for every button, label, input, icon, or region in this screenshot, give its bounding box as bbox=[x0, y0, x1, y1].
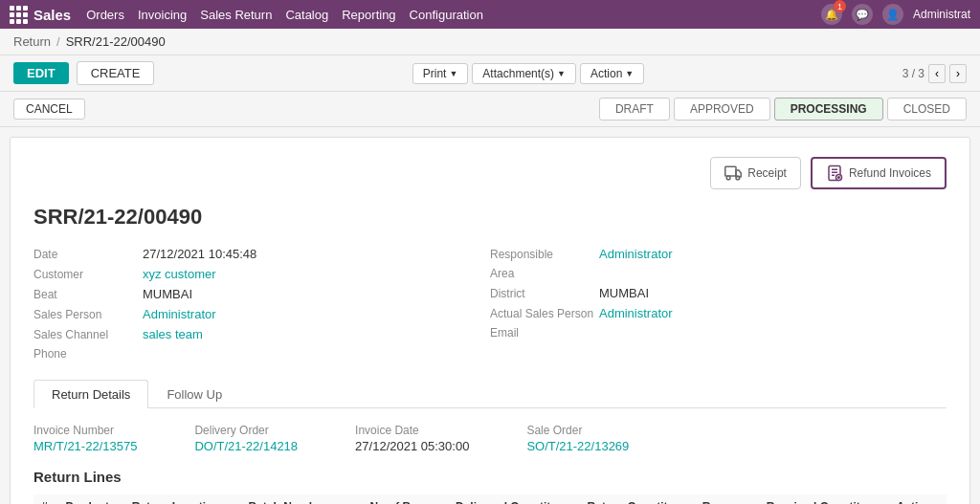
nav-orders[interactable]: Orders bbox=[86, 8, 124, 22]
breadcrumb-parent[interactable]: Return bbox=[13, 34, 51, 49]
col-no-of-bags: No.of Bags bbox=[363, 494, 448, 504]
left-fields: Date 27/12/2021 10:45:48 Customer xyz cu… bbox=[33, 247, 490, 361]
create-button[interactable]: CREATE bbox=[77, 61, 155, 85]
app-name: Sales bbox=[33, 7, 71, 23]
field-sales-channel: Sales Channel sales team bbox=[33, 327, 490, 341]
field-date: Date 27/12/2021 10:45:48 bbox=[33, 247, 490, 261]
next-button[interactable]: › bbox=[949, 64, 967, 83]
field-sales-person: Sales Person Administrator bbox=[33, 307, 490, 321]
field-area: Area bbox=[490, 267, 947, 280]
col-return-qty: Return Quantity bbox=[580, 494, 695, 504]
tabs: Return Details Follow Up bbox=[33, 380, 947, 408]
svg-rect-0 bbox=[725, 166, 736, 176]
invoice-date-field: Invoice Date 27/12/2021 05:30:00 bbox=[355, 424, 469, 453]
col-received-qty: Received Quantity bbox=[759, 494, 889, 504]
cancel-button[interactable]: CANCEL bbox=[13, 99, 85, 120]
main-nav: Orders Invoicing Sales Return Catalog Re… bbox=[86, 8, 483, 22]
col-batch-number: Batch Number bbox=[240, 494, 362, 504]
action-button[interactable]: Action ▼ bbox=[580, 63, 644, 84]
form-grid: Date 27/12/2021 10:45:48 Customer xyz cu… bbox=[33, 247, 947, 361]
sale-order-field: Sale Order SO/T/21-22/13269 bbox=[526, 424, 629, 453]
breadcrumb-sep: / bbox=[56, 34, 60, 49]
return-lines-title: Return Lines bbox=[33, 469, 947, 485]
status-approved[interactable]: APPROVED bbox=[674, 98, 770, 121]
app-logo[interactable]: Sales bbox=[10, 6, 71, 24]
field-responsible: Responsible Administrator bbox=[490, 247, 947, 261]
main-content: Receipt Refund Invoices SRR/21-22/00490 … bbox=[10, 137, 970, 504]
status-draft[interactable]: DRAFT bbox=[599, 98, 670, 121]
field-customer: Customer xyz customer bbox=[33, 267, 490, 281]
truck-icon bbox=[724, 164, 742, 182]
status-processing[interactable]: PROCESSING bbox=[774, 98, 883, 121]
field-email: Email bbox=[490, 326, 947, 340]
grid-icon bbox=[10, 6, 28, 24]
prev-button[interactable]: ‹ bbox=[928, 64, 946, 83]
invoice-number-field: Invoice Number MR/T/21-22/13575 bbox=[33, 424, 137, 453]
print-button[interactable]: Print ▼ bbox=[412, 63, 469, 84]
col-product: Product bbox=[58, 494, 124, 504]
status-closed[interactable]: CLOSED bbox=[887, 98, 967, 121]
col-delivered-qty: Delivered Quantity bbox=[448, 494, 580, 504]
smart-buttons: Receipt Refund Invoices bbox=[33, 157, 947, 189]
notification-icon[interactable]: 🔔 1 bbox=[821, 4, 842, 25]
status-bar: CANCEL DRAFT APPROVED PROCESSING CLOSED bbox=[0, 92, 980, 127]
top-nav: Sales Orders Invoicing Sales Return Cata… bbox=[0, 0, 980, 29]
delivery-order-field: Delivery Order DO/T/21-22/14218 bbox=[194, 424, 298, 453]
pagination-text: 3 / 3 bbox=[902, 67, 924, 80]
col-return-location: Return Location bbox=[124, 494, 241, 504]
refund-invoices-button[interactable]: Refund Invoices bbox=[811, 157, 947, 189]
center-actions: Print ▼ Attachment(s) ▼ Action ▼ bbox=[412, 63, 645, 84]
field-actual-sales-person: Actual Sales Person Administrator bbox=[490, 306, 947, 320]
svg-point-1 bbox=[727, 176, 731, 180]
right-fields: Responsible Administrator Area District … bbox=[490, 247, 947, 361]
right-icons: 🔔 1 💬 👤 Administrat bbox=[821, 4, 970, 25]
admin-label: Administrat bbox=[913, 8, 970, 21]
user-avatar[interactable]: 👤 bbox=[882, 4, 903, 25]
edit-button[interactable]: EDIT bbox=[13, 62, 69, 84]
table-header-row: # Product Return Location Batch Number N… bbox=[33, 494, 947, 504]
col-action: Action bbox=[889, 494, 947, 504]
field-phone: Phone bbox=[33, 347, 490, 361]
nav-catalog[interactable]: Catalog bbox=[285, 8, 328, 22]
pagination: 3 / 3 ‹ › bbox=[902, 64, 967, 83]
col-num: # bbox=[33, 494, 58, 504]
tab-content: Invoice Number MR/T/21-22/13575 Delivery… bbox=[33, 408, 947, 504]
attachments-button[interactable]: Attachment(s) ▼ bbox=[472, 63, 576, 84]
return-lines-table: # Product Return Location Batch Number N… bbox=[33, 494, 947, 504]
chat-icon[interactable]: 💬 bbox=[852, 4, 873, 25]
section-fields: Invoice Number MR/T/21-22/13575 Delivery… bbox=[33, 424, 947, 453]
field-beat: Beat MUMBAI bbox=[33, 287, 490, 301]
svg-point-2 bbox=[736, 176, 740, 180]
col-reason: Reason bbox=[695, 494, 759, 504]
status-steps: DRAFT APPROVED PROCESSING CLOSED bbox=[599, 98, 967, 121]
receipt-button[interactable]: Receipt bbox=[710, 157, 801, 189]
nav-reporting[interactable]: Reporting bbox=[342, 8, 395, 22]
nav-configuration[interactable]: Configuration bbox=[410, 8, 483, 22]
tab-follow-up[interactable]: Follow Up bbox=[148, 380, 240, 408]
invoice-icon bbox=[826, 164, 843, 182]
field-district: District MUMBAI bbox=[490, 286, 947, 300]
notification-badge: 1 bbox=[834, 0, 846, 12]
nav-invoicing[interactable]: Invoicing bbox=[138, 8, 187, 22]
record-title: SRR/21-22/00490 bbox=[33, 205, 947, 230]
nav-sales-return[interactable]: Sales Return bbox=[200, 8, 272, 22]
action-bar: EDIT CREATE Print ▼ Attachment(s) ▼ Acti… bbox=[0, 55, 980, 92]
tab-return-details[interactable]: Return Details bbox=[33, 380, 148, 408]
breadcrumb-current: SRR/21-22/00490 bbox=[66, 34, 166, 49]
breadcrumb: Return / SRR/21-22/00490 bbox=[0, 29, 980, 55]
